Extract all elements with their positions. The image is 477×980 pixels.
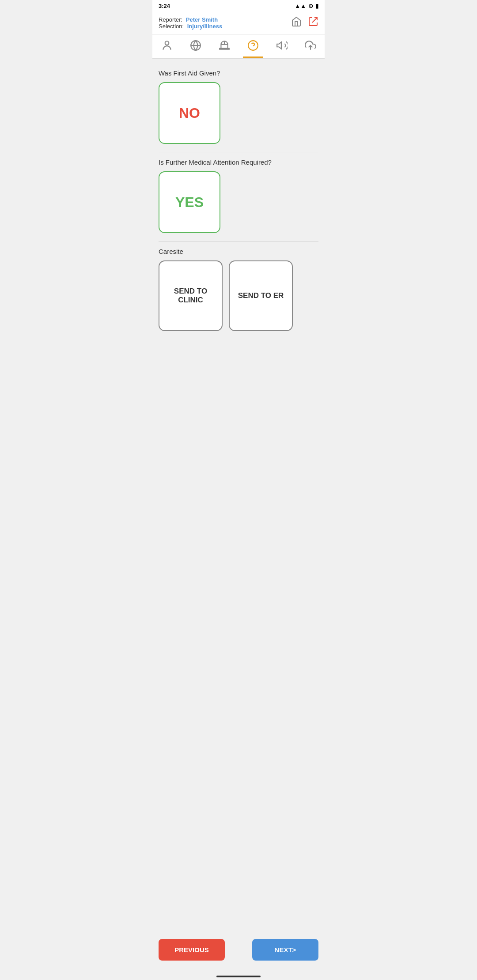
submit-icon[interactable] [308,16,318,30]
medical-attention-yes-label: YES [175,194,204,211]
divider-2 [159,241,318,241]
first-aid-question: Was First Aid Given? [159,69,318,77]
selection-label: Selection: [159,23,184,30]
header: Reporter: Peter Smith Selection: Injury/… [152,12,325,34]
status-bar: 3:24 ▲▲ ⊙ ▮ [152,0,325,12]
signal-icon: ▲▲ [295,3,306,9]
medical-attention-question: Is Further Medical Attention Required? [159,158,318,166]
time: 3:24 [159,3,170,9]
tab-globe[interactable] [186,37,206,58]
selection-value: Injury/Illness [187,23,222,30]
tab-worker[interactable] [214,37,235,58]
content-area: Was First Aid Given? NO Is Further Medic… [152,59,325,345]
send-to-clinic-button[interactable]: SEND TO CLINIC [159,260,223,331]
divider-1 [159,152,318,152]
hardhat-icon [219,40,230,54]
tab-megaphone[interactable] [272,37,292,58]
first-aid-no-label: NO [179,105,200,121]
tab-question[interactable] [243,37,263,58]
home-icon[interactable] [291,16,302,30]
reporter-label: Reporter: [159,16,182,23]
send-to-clinic-label: SEND TO CLINIC [174,287,207,305]
caresite-label: Caresite [159,248,318,255]
tab-person[interactable] [157,37,177,58]
medical-attention-yes-button[interactable]: YES [159,171,220,233]
header-actions [291,16,318,30]
upload-icon [305,40,316,54]
question-icon [247,40,259,54]
tab-upload[interactable] [300,37,321,58]
svg-point-0 [165,41,169,45]
medical-attention-options: YES [159,171,318,233]
nav-tabs [152,34,325,59]
header-info: Reporter: Peter Smith Selection: Injury/… [159,16,222,30]
send-to-er-button[interactable]: SEND TO ER [229,260,293,331]
caresite-options: SEND TO CLINIC SEND TO ER [159,260,318,331]
first-aid-no-button[interactable]: NO [159,82,220,144]
status-icons: ▲▲ ⊙ ▮ [295,3,318,9]
send-to-er-label: SEND TO ER [238,291,284,300]
first-aid-options: NO [159,82,318,144]
globe-icon [190,40,201,54]
person-icon [161,40,173,54]
reporter-name: Peter Smith [186,16,218,23]
battery-icon: ▮ [315,3,318,9]
wifi-icon: ⊙ [308,3,313,9]
megaphone-icon [276,40,288,54]
